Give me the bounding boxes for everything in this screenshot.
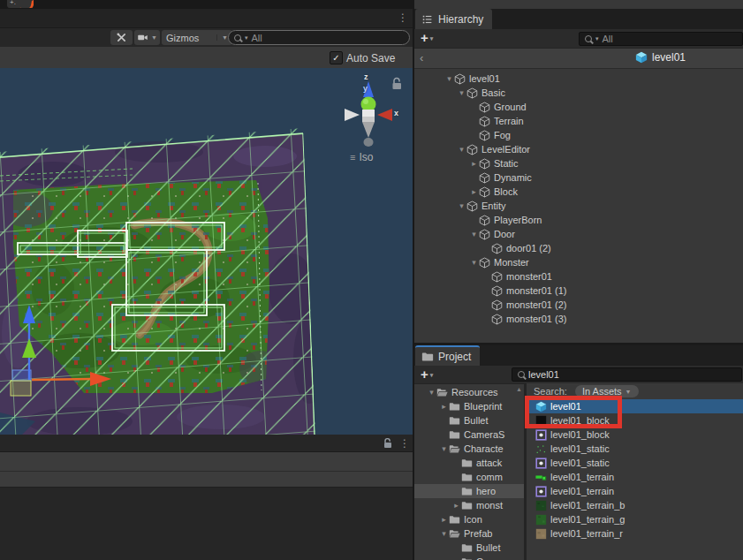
tools-icon (116, 32, 127, 43)
disclosure-arrow-icon[interactable] (469, 258, 479, 267)
disclosure-arrow-icon[interactable] (439, 529, 449, 538)
disclosure-arrow-icon[interactable] (439, 515, 449, 524)
scene-camera-button[interactable]: ▼ (134, 30, 160, 45)
gameobject-cube-icon (491, 299, 503, 311)
hierarchy-item[interactable]: door01 (2) (414, 241, 743, 255)
bottom-panel-kebab-icon[interactable]: ⋮ (399, 438, 410, 449)
tab-hierarchy[interactable]: Hierarchy (415, 9, 492, 29)
hierarchy-create-button[interactable]: +▾ (421, 30, 433, 45)
search-result-item[interactable]: level01_block (527, 413, 743, 428)
disclosure-arrow-icon[interactable] (469, 159, 479, 168)
search-result-item[interactable]: level01_static (527, 442, 743, 456)
disclosure-arrow-icon[interactable] (469, 187, 479, 196)
hierarchy-item[interactable]: Fog (414, 128, 743, 142)
folder-item[interactable]: Comm (414, 555, 524, 560)
auto-save-checkbox[interactable]: ✓ (330, 51, 343, 64)
back-chevron-icon[interactable]: ‹ (420, 51, 423, 64)
search-scope-dropdown[interactable]: In Assets ▼ (575, 385, 639, 397)
gameobject-cube-icon (479, 172, 490, 184)
scene-search-input[interactable]: ▾ All (228, 30, 410, 45)
auto-save-label: Auto Save (346, 52, 395, 64)
hierarchy-item[interactable]: Monster (414, 255, 743, 269)
breadcrumb-label: level01 (652, 51, 686, 64)
collab-button[interactable]: +. (7, 0, 34, 8)
axis-z-label[interactable]: z (364, 72, 368, 81)
folder-item-label: Comm (476, 556, 504, 560)
folder-item[interactable]: Icon (414, 512, 524, 526)
search-icon (234, 34, 241, 42)
project-create-button[interactable]: +▾ (421, 367, 433, 382)
search-result-item[interactable]: level01_static (527, 456, 743, 470)
disclosure-arrow-icon[interactable] (469, 230, 479, 238)
hierarchy-item-label: Entity (481, 201, 506, 211)
axis-y-label[interactable]: y (363, 84, 368, 93)
folder-item[interactable]: Resources (414, 385, 524, 399)
hierarchy-item[interactable]: Entity (414, 199, 743, 213)
search-result-item[interactable]: level01_terrain_g (527, 512, 743, 526)
folder-icon (461, 500, 473, 511)
folder-icon (421, 351, 434, 363)
disclosure-arrow-icon[interactable] (439, 444, 449, 453)
gameobject-cube-icon (479, 257, 490, 269)
folder-item[interactable]: hero (414, 484, 524, 498)
hierarchy-item[interactable]: monster01 (1) (414, 284, 743, 298)
search-result-item[interactable]: level01_terrain_b (527, 498, 743, 512)
search-result-item[interactable]: level01_block (527, 428, 743, 442)
hierarchy-search-input[interactable]: ▾ All (579, 32, 743, 46)
plus-icon: +. (10, 0, 16, 6)
search-result-item[interactable]: level01 (527, 399, 743, 413)
breadcrumb[interactable]: level01 (635, 51, 686, 64)
gizmos-dropdown[interactable]: Gizmos ▼ (162, 30, 232, 45)
hierarchy-item[interactable]: Terrain (414, 114, 743, 128)
disclosure-arrow-icon[interactable] (439, 402, 449, 411)
disclosure-arrow-icon[interactable] (457, 145, 466, 154)
bottom-panel: ⋮ (0, 435, 413, 560)
tab-project[interactable]: Project (415, 345, 480, 366)
hierarchy-item[interactable]: LevelEditor (414, 142, 743, 156)
scene-tools-button[interactable] (110, 30, 133, 45)
disclosure-arrow-icon[interactable] (427, 388, 436, 397)
disclosure-arrow-icon[interactable] (451, 501, 461, 510)
hierarchy-item[interactable]: Static (414, 156, 743, 170)
project-folder-tree: Resources Blueprint Bullet CameraS C (414, 383, 524, 560)
disclosure-arrow-icon[interactable] (457, 88, 466, 97)
folder-item[interactable]: monst (414, 498, 524, 512)
folder-item[interactable]: Prefab (414, 526, 524, 541)
scene-menu-kebab-icon[interactable]: ⋮ (398, 12, 408, 23)
bottom-panel-row[interactable] (0, 472, 413, 488)
hierarchy-item[interactable]: Ground (414, 100, 743, 114)
scene-viewport[interactable]: z y x ≡ Iso (0, 68, 413, 435)
folder-item[interactable]: Characte (414, 442, 524, 456)
hierarchy-item[interactable]: monster01 (3) (414, 312, 743, 326)
hierarchy-item[interactable]: Block (414, 185, 743, 199)
hierarchy-item[interactable]: monster01 (2) (414, 298, 743, 312)
asset-icon (535, 472, 547, 483)
bottom-panel-row[interactable] (0, 452, 413, 472)
gameobject-cube-icon (466, 144, 478, 155)
folder-item-label: Resources (451, 387, 498, 397)
lock-open-icon[interactable] (382, 437, 394, 450)
asset-icon (535, 415, 547, 427)
folder-item[interactable]: Bullet (414, 541, 524, 555)
folder-item[interactable]: Bullet (414, 413, 524, 428)
folder-item[interactable]: CameraS (414, 428, 524, 442)
search-result-item[interactable]: level01_terrain (527, 484, 743, 498)
folder-item-label: hero (476, 486, 496, 496)
project-search-input[interactable]: level01 (512, 367, 742, 382)
search-result-item[interactable]: level01_terrain (527, 470, 743, 484)
hierarchy-item[interactable]: monster01 (414, 269, 743, 284)
folder-item[interactable]: comm (414, 470, 524, 484)
disclosure-arrow-icon[interactable] (457, 201, 466, 210)
hierarchy-item[interactable]: Door (414, 227, 743, 241)
axis-x-label[interactable]: x (394, 109, 398, 117)
hierarchy-item[interactable]: level01 (414, 72, 743, 86)
folder-item[interactable]: attack (414, 456, 524, 470)
hierarchy-item[interactable]: Dynamic (414, 170, 743, 185)
hierarchy-item[interactable]: Basic (414, 86, 743, 100)
search-result-item[interactable]: level01_terrain_r (527, 526, 743, 541)
hierarchy-item[interactable]: PlayerBorn (414, 213, 743, 227)
folder-item[interactable]: Blueprint (414, 399, 524, 413)
projection-toggle[interactable]: ≡ Iso (350, 151, 373, 163)
gameobject-cube-icon (479, 215, 490, 226)
disclosure-arrow-icon[interactable] (444, 74, 454, 83)
